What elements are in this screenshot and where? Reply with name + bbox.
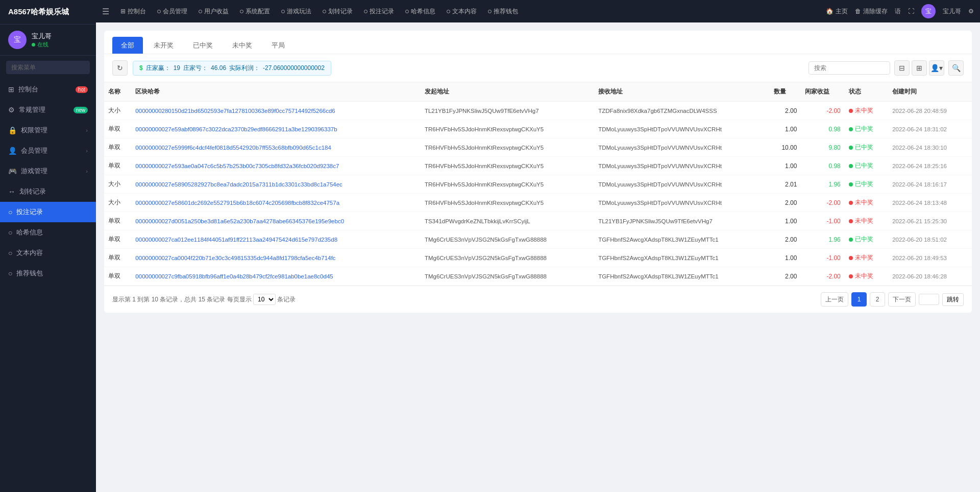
- table-search-input[interactable]: [808, 61, 890, 75]
- avatar: 宝: [8, 31, 27, 49]
- sidebar-item-permissions[interactable]: 🔒权限管理›: [0, 120, 96, 140]
- topbar-dot-2: [199, 10, 202, 13]
- topbar-item-0[interactable]: ⊞控制台: [115, 7, 151, 16]
- hash-link-3[interactable]: 00000000027e593ae0a047c6c5b57b253b00c730…: [135, 163, 339, 169]
- sidebar-item-members[interactable]: 👤会员管理›: [0, 140, 96, 161]
- cell-hash-7: 00000000027ca012ee1184f44051af91ff22113a…: [131, 230, 421, 249]
- sidebar-item-wallet[interactable]: ○推荐钱包: [0, 263, 96, 284]
- topbar-item-1[interactable]: 会员管理: [152, 7, 192, 16]
- cell-time-7: 2022-06-20 18:51:02: [888, 230, 972, 249]
- search-input[interactable]: [6, 61, 90, 74]
- topbar-label-5: 划转记录: [328, 7, 353, 16]
- list-view-btn[interactable]: ⊟: [894, 60, 910, 76]
- sidebar-item-hash[interactable]: ○哈希信息: [0, 222, 96, 243]
- cell-amount-5: 2.00: [770, 194, 801, 212]
- cell-to-9: TGFHbnfS2AwcgXAdspT8KL3W1ZEuyMTTc1: [594, 267, 770, 286]
- topbar-item-8[interactable]: 文本内容: [442, 7, 482, 16]
- refresh-button[interactable]: ↻: [112, 60, 128, 76]
- prev-page-btn[interactable]: 上一页: [821, 292, 848, 307]
- tabs-bar: 全部未开奖已中奖未中奖平局: [104, 31, 972, 54]
- cell-status-7: 已中奖: [845, 230, 888, 249]
- topbar-item-7[interactable]: 哈希信息: [400, 7, 440, 16]
- clear-cache-btn[interactable]: 🗑 清除缓存: [855, 7, 888, 16]
- cell-from-1: TR6HVFbHv5SJdoHnmKtRexsvptwgCKXuY5: [421, 120, 594, 138]
- sidebar-item-bets[interactable]: ○投注记录: [0, 202, 96, 222]
- cell-name-5: 大小: [104, 194, 131, 212]
- hash-link-2[interactable]: 00000000027e5999f6c4dcf4fef0818d5542920b…: [135, 145, 331, 151]
- data-table-wrap: 名称区块哈希发起地址接收地址数量闲家收益状态创建时间 大小 0000000028…: [104, 82, 972, 286]
- badge-text-2: 已中奖: [855, 143, 873, 152]
- hash-link-7[interactable]: 00000000027ca012ee1184f44051af91ff22113a…: [135, 237, 337, 243]
- fullscreen-btn[interactable]: ⛶: [908, 8, 914, 15]
- topbar: ☰ ⊞控制台会员管理用户收益系统配置游戏玩法划转记录投注记录哈希信息文本内容推荐…: [96, 0, 980, 22]
- sidebar-item-regular[interactable]: ⚙常规管理new: [0, 100, 96, 120]
- main-card: 全部未开奖已中奖未中奖平局 ↻ $ 庄家赢： 19 庄家亏： 46.06 实际利…: [104, 31, 972, 313]
- next-page-btn[interactable]: 下一页: [888, 292, 916, 307]
- status-badge-0: 未中奖: [849, 106, 873, 115]
- tab-0[interactable]: 全部: [112, 37, 143, 54]
- topbar-item-9[interactable]: 推荐钱包: [483, 7, 523, 16]
- cell-to-0: TZDFa8nix98Xdka7gb6TZMGxnacDLW4SSS: [594, 102, 770, 120]
- topbar-label-2: 用户收益: [204, 7, 229, 16]
- table-row: 单双 00000000027e593ae0a047c6c5b57b253b00c…: [104, 157, 972, 175]
- nav-icon-members: 👤: [8, 147, 17, 155]
- badge-dot-7: [849, 238, 853, 242]
- cell-hash-2: 00000000027e5999f6c4dcf4fef0818d5542920b…: [131, 138, 421, 157]
- cell-from-2: TR6HVFbHv5SJdoHnmKtRexsvptwgCKXuY5: [421, 138, 594, 157]
- sidebar-item-dashboard[interactable]: ⊞控制台hot: [0, 79, 96, 100]
- banker-lose-value: 46.06: [211, 64, 226, 72]
- hash-link-5[interactable]: 00000000027e58601dc2692e5527915b6b18c607…: [135, 200, 339, 206]
- tab-4[interactable]: 平局: [263, 37, 293, 54]
- search-btn[interactable]: 🔍: [948, 60, 964, 76]
- tab-2[interactable]: 已中奖: [184, 37, 222, 54]
- topbar-dot-6: [364, 10, 368, 13]
- table-row: 单双 00000000027c9fba05918bfb96aff1e0a4b28…: [104, 267, 972, 286]
- tab-3[interactable]: 未中奖: [224, 37, 261, 54]
- hash-link-4[interactable]: 00000000027e58905282927bc8ea7dadc2015a73…: [135, 181, 342, 188]
- nav-icon-hash: ○: [8, 228, 12, 237]
- page-jump-input[interactable]: [919, 294, 939, 305]
- sidebar-item-transfers[interactable]: ↔划转记录: [0, 181, 96, 202]
- hash-link-6[interactable]: 00000000027d0051a250be3d81a6e52a230b7aa4…: [135, 218, 344, 224]
- filter-btn[interactable]: 👤▾: [929, 60, 944, 76]
- cell-time-9: 2022-06-20 18:46:28: [888, 267, 972, 286]
- username: 宝儿哥: [32, 32, 52, 41]
- language-btn[interactable]: 语: [895, 7, 901, 16]
- hash-link-1[interactable]: 00000000027e59abf08967c3022dca2370b29edf…: [135, 126, 337, 132]
- cell-time-5: 2022-06-24 18:13:48: [888, 194, 972, 212]
- sidebar-item-games[interactable]: 🎮游戏管理›: [0, 161, 96, 181]
- page-jump-btn[interactable]: 跳转: [942, 293, 964, 306]
- tab-1[interactable]: 未开奖: [145, 37, 182, 54]
- cell-name-7: 单双: [104, 230, 131, 249]
- hash-link-0[interactable]: 00000000280150d21bd6502593e7fa1278100363…: [135, 108, 335, 114]
- badge-dot-4: [849, 182, 853, 186]
- cell-to-4: TDMoLyuuwys3SpHtDTpoVVUWNVUsvXCRHt: [594, 175, 770, 194]
- topbar-item-3[interactable]: 系统配置: [235, 7, 275, 16]
- topbar-item-2[interactable]: 用户收益: [193, 7, 234, 16]
- grid-view-btn[interactable]: ⊞: [912, 60, 927, 76]
- home-link[interactable]: 🏠 主页: [826, 7, 848, 16]
- sidebar-search-wrap: [0, 56, 96, 79]
- topbar-item-5[interactable]: 划转记录: [317, 7, 358, 16]
- topbar-item-6[interactable]: 投注记录: [359, 7, 399, 16]
- sidebar-item-label-regular: 常规管理: [19, 105, 45, 114]
- topbar-item-4[interactable]: 游戏玩法: [276, 7, 316, 16]
- cell-hash-3: 00000000027e593ae0a047c6c5b57b253b00c730…: [131, 157, 421, 175]
- per-page-select[interactable]: 10 20 50: [253, 294, 276, 305]
- table-row: 单双 00000000027ca0004f220b71e30c3c4981533…: [104, 249, 972, 267]
- hash-link-9[interactable]: 00000000027c9fba05918bfb96aff1e0a4b28b47…: [135, 273, 333, 279]
- topbar-settings-icon[interactable]: ⚙: [968, 8, 974, 15]
- topbar-avatar: 宝: [921, 4, 936, 18]
- badge-dot-3: [849, 164, 853, 168]
- cell-name-3: 单双: [104, 157, 131, 175]
- menu-toggle-icon[interactable]: ☰: [102, 7, 109, 16]
- topbar-label-3: 系统配置: [246, 7, 270, 16]
- cell-from-0: TL21YB1FyJPNKSliwJ5QUw9TfE6etvVHg7: [421, 102, 594, 120]
- cell-time-2: 2022-06-24 18:30:10: [888, 138, 972, 157]
- hash-link-8[interactable]: 00000000027ca0004f220b71e30c3c49815335dc…: [135, 255, 335, 261]
- sidebar-item-text[interactable]: ○文本内容: [0, 243, 96, 263]
- page-1-btn[interactable]: 1: [851, 292, 867, 307]
- table-row: 大小 00000000280150d21bd6502593e7fa1278100…: [104, 102, 972, 120]
- page-2-btn[interactable]: 2: [870, 292, 885, 307]
- cell-to-8: TGFHbnfS2AwcgXAdspT8KL3W1ZEuyMTTc1: [594, 249, 770, 267]
